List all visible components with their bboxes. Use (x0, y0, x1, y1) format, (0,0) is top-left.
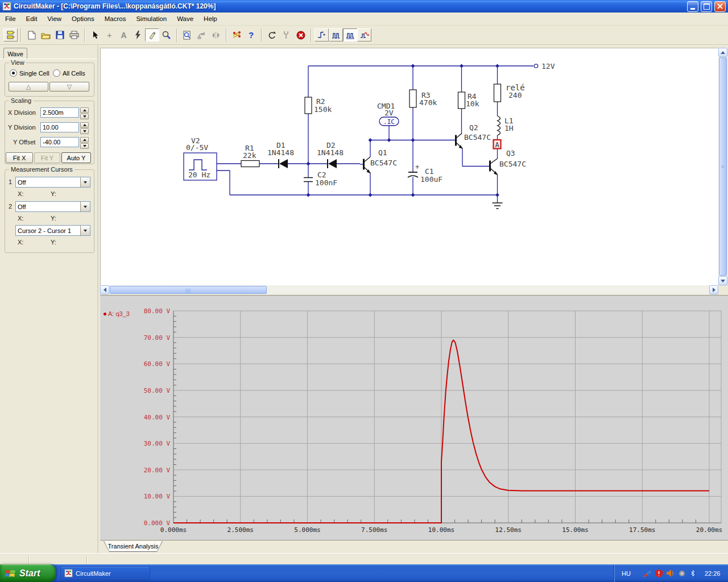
y-division-input[interactable]: 10.00 (40, 122, 79, 132)
options-wrench-button[interactable] (279, 28, 293, 41)
radio-all-cells[interactable]: All Cells (53, 69, 85, 77)
vertical-scroll-thumb[interactable]: ≡ (719, 57, 727, 276)
cursor1-dropdown-icon[interactable] (80, 177, 90, 187)
y-division-spinner[interactable] (80, 122, 89, 134)
auto-y-button[interactable]: Auto Y (61, 152, 91, 163)
component-d2[interactable]: D2 1N4148 (317, 141, 344, 168)
zoom-select-button[interactable] (180, 28, 195, 41)
volume-tray-icon[interactable] (667, 569, 675, 577)
fit-x-button[interactable]: Fit X (6, 152, 33, 163)
rotate-button[interactable] (195, 28, 209, 41)
connectivity-button[interactable] (230, 28, 244, 41)
step-waveform-button[interactable] (315, 28, 329, 41)
menu-edit[interactable]: Edit (21, 14, 43, 24)
component-l1[interactable]: L1 1H (498, 116, 514, 135)
scroll-down-button[interactable] (718, 276, 727, 285)
print-button[interactable] (67, 28, 81, 41)
component-q3[interactable]: Q3 BC547C (490, 149, 526, 175)
select-button[interactable] (88, 28, 102, 41)
scroll-up-button[interactable] (718, 48, 727, 57)
probe-tool-button[interactable] (145, 28, 159, 41)
new-button[interactable] (24, 28, 39, 41)
component-c2[interactable]: C2 100nF (304, 171, 337, 187)
cursor1-select[interactable]: Off (15, 177, 90, 188)
menu-macros[interactable]: Macros (100, 14, 131, 24)
scroll-right-button[interactable] (709, 285, 718, 294)
mixed-waveform-button[interactable] (357, 28, 371, 41)
device-tray-icon[interactable] (679, 570, 685, 577)
bluetooth-tray-icon[interactable] (689, 569, 696, 577)
component-r2[interactable]: R2 150k (305, 97, 332, 114)
pen-tablet-tray-icon[interactable] (643, 569, 651, 577)
taskbar-clock: 22:26 (705, 570, 721, 577)
text-tool-button[interactable]: A (117, 28, 131, 41)
cursor-diff-dropdown-icon[interactable] (80, 226, 90, 235)
cursor-diff-x-label: X: (18, 239, 23, 246)
cursor2-select[interactable]: Off (15, 201, 90, 212)
menu-simulation[interactable]: Simulation (131, 14, 172, 24)
component-v2[interactable]: V2 0/-5V 20 Hz (184, 136, 217, 180)
waveform-plot[interactable]: 80.00 V70.00 V60.00 V50.00 V40.00 V30.00… (100, 296, 728, 541)
open-button[interactable] (39, 28, 53, 41)
svg-text:20 Hz: 20 Hz (188, 171, 210, 179)
component-q2[interactable]: Q2 BC547C (456, 123, 491, 149)
svg-text:30.00 V: 30.00 V (144, 440, 171, 447)
svg-text:C1: C1 (425, 167, 434, 176)
menu-view[interactable]: View (42, 14, 67, 24)
y-offset-input[interactable]: -40.00 (40, 137, 79, 147)
help-button[interactable]: ? (244, 28, 258, 41)
mirror-button[interactable] (209, 28, 223, 41)
cell-up-button[interactable]: △ (9, 82, 48, 92)
tab-wave[interactable]: Wave (3, 48, 27, 59)
scroll-left-button[interactable] (100, 285, 109, 294)
supply-12v-terminal[interactable]: 12V (534, 62, 555, 70)
menu-help[interactable]: Help (198, 14, 222, 24)
schematic-canvas[interactable]: V2 0/-5V 20 Hz R1 22k D1 1N4148 D2 (100, 48, 718, 285)
circuit-vertical-scrollbar[interactable]: ≡ (718, 48, 727, 285)
waveform-plot-panel[interactable]: A: q3_3 80.00 V70.00 V60.00 V50.00 V40.0… (100, 295, 728, 540)
analog-waveform-button[interactable] (343, 28, 357, 41)
radio-single-cell[interactable]: Single Cell (10, 69, 49, 77)
cell-down-button[interactable]: ▽ (49, 82, 89, 92)
tab-transient-analysis[interactable]: Transient Analysis (104, 541, 163, 552)
menu-wave[interactable]: Wave (172, 14, 198, 24)
component-d1[interactable]: D1 1N4148 (267, 141, 294, 168)
stop-simulation-button[interactable] (293, 28, 308, 41)
fit-y-button[interactable]: Fit Y (34, 152, 60, 163)
x-division-spinner[interactable] (80, 107, 89, 119)
restore-button[interactable] (701, 1, 712, 12)
probe-a-marker[interactable]: A (494, 140, 501, 149)
component-r3[interactable]: R3 470k (410, 90, 437, 107)
minimize-button[interactable] (687, 1, 698, 12)
taskbar-item-circuitmaker[interactable]: CircuitMaker (60, 566, 150, 580)
svg-text:5.000ms: 5.000ms (294, 526, 320, 534)
close-button[interactable] (714, 1, 726, 12)
security-shield-tray-icon[interactable] (655, 569, 663, 577)
component-r1[interactable]: R1 22k (241, 144, 259, 167)
taskbar-item-label: CircuitMaker (76, 570, 111, 577)
cursor-diff-select[interactable]: Cursor 2 - Cursor 1 (15, 225, 90, 236)
digital-waveform-button[interactable] (329, 28, 343, 41)
component-q1[interactable]: Q1 BC547C (360, 148, 397, 173)
component-cmd1[interactable]: .IC CMD1 2V (377, 102, 399, 126)
y-offset-spinner[interactable] (80, 137, 89, 149)
save-button[interactable] (53, 28, 67, 41)
menu-options[interactable]: Options (67, 14, 100, 24)
menu-file[interactable]: File (0, 14, 21, 24)
lightning-icon (135, 31, 141, 39)
reset-button[interactable] (265, 28, 279, 41)
component-r4[interactable]: R4 10k (458, 92, 479, 109)
start-button[interactable]: Start (0, 564, 56, 582)
zoom-button[interactable] (159, 28, 173, 41)
horizontal-scroll-thumb[interactable]: ||| (110, 286, 267, 294)
cursor2-dropdown-icon[interactable] (80, 202, 90, 211)
svg-text:470k: 470k (419, 98, 437, 107)
parts-browser-button[interactable] (3, 28, 18, 41)
cursor1-number: 1 (9, 178, 12, 185)
language-indicator[interactable]: HU (622, 570, 631, 577)
circuit-horizontal-scrollbar[interactable]: ||| (100, 285, 718, 294)
run-simulation-button[interactable] (131, 28, 145, 41)
x-division-input[interactable]: 2.500m (40, 107, 79, 118)
component-relay[interactable]: relé 240 (494, 83, 525, 102)
place-wire-button[interactable]: + (102, 28, 117, 41)
